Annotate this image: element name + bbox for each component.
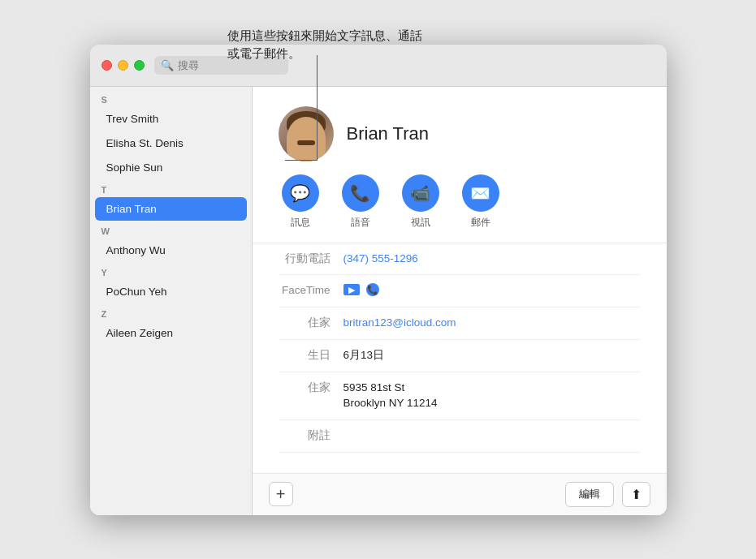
- content-area: S Trev Smith Elisha St. Denis Sophie Sun…: [90, 87, 667, 515]
- field-label-address: 住家: [279, 381, 343, 396]
- avatar-face: [287, 117, 326, 161]
- facetime-icons: ▶ 📞: [343, 283, 641, 296]
- contact-item-pochun[interactable]: PoChun Yeh: [95, 280, 247, 303]
- contact-fields: 行動電話 (347) 555-1296 FaceTime ▶ 📞 住家 brit…: [253, 243, 667, 473]
- contact-name: Brian Tran: [347, 123, 430, 144]
- action-mail-wrap: ✉️ 郵件: [462, 174, 499, 230]
- section-letter-s: S: [90, 90, 252, 106]
- video-label: 視訊: [411, 216, 430, 230]
- action-buttons: 💬 訊息 📞 語音 📹 視訊 ✉️ 郵件: [282, 174, 499, 230]
- contact-item-elisha[interactable]: Elisha St. Denis: [95, 131, 247, 155]
- footer-right: 編輯 ⬆: [565, 482, 650, 507]
- field-value-address: 5935 81st StBrooklyn NY 11214: [343, 381, 641, 411]
- field-facetime: FaceTime ▶ 📞: [279, 275, 641, 307]
- field-label-facetime: FaceTime: [279, 283, 343, 299]
- section-letter-z: Z: [90, 304, 252, 320]
- mail-button[interactable]: ✉️: [462, 174, 499, 212]
- field-label-mobile: 行動電話: [279, 252, 343, 267]
- message-button[interactable]: 💬: [282, 174, 319, 212]
- search-icon: 🔍: [161, 59, 174, 71]
- facetime-video-icon[interactable]: ▶: [343, 284, 360, 295]
- field-address: 住家 5935 81st StBrooklyn NY 11214: [279, 372, 641, 420]
- edit-button[interactable]: 編輯: [565, 482, 614, 507]
- contact-item-anthony[interactable]: Anthony Wu: [95, 239, 247, 262]
- section-letter-y: Y: [90, 263, 252, 279]
- field-notes: 附註: [279, 420, 641, 453]
- field-value-email[interactable]: britran123@icloud.com: [343, 316, 641, 331]
- field-value-facetime: ▶ 📞: [343, 283, 641, 296]
- field-value-birthday: 6月13日: [343, 348, 641, 363]
- traffic-lights: [102, 60, 145, 71]
- contact-item-sophie[interactable]: Sophie Sun: [95, 156, 247, 179]
- share-button[interactable]: ⬆: [622, 482, 650, 507]
- sidebar: S Trev Smith Elisha St. Denis Sophie Sun…: [90, 87, 253, 515]
- action-message-wrap: 💬 訊息: [282, 174, 319, 230]
- close-button[interactable]: [102, 60, 112, 71]
- tooltip-line: [317, 55, 318, 161]
- contact-item-trev-smith[interactable]: Trev Smith: [95, 107, 247, 131]
- avatar: [279, 106, 334, 161]
- add-contact-button[interactable]: +: [269, 482, 293, 506]
- message-label: 訊息: [291, 216, 310, 230]
- avatar-mustache: [297, 140, 315, 145]
- tooltip-bubble: 使用這些按鈕來開始文字訊息、通話或電子郵件。: [227, 8, 422, 63]
- field-label-email: 住家: [279, 316, 343, 331]
- action-video-wrap: 📹 視訊: [402, 174, 439, 230]
- field-label-notes: 附註: [279, 428, 343, 444]
- voice-button[interactable]: 📞: [342, 174, 379, 212]
- footer: + 編輯 ⬆: [253, 473, 667, 515]
- section-letter-t: T: [90, 180, 252, 196]
- tooltip-text: 使用這些按鈕來開始文字訊息、通話或電子郵件。: [227, 28, 422, 61]
- voice-label: 語音: [351, 216, 370, 230]
- contact-header: Brian Tran 💬 訊息 📞 語音 📹 視訊: [253, 87, 667, 243]
- section-letter-w: W: [90, 221, 252, 238]
- field-label-birthday: 生日: [279, 348, 343, 363]
- maximize-button[interactable]: [134, 60, 145, 71]
- action-voice-wrap: 📞 語音: [342, 174, 379, 230]
- contact-item-aileen[interactable]: Aileen Zeigen: [95, 321, 247, 345]
- minimize-button[interactable]: [118, 60, 128, 71]
- field-mobile: 行動電話 (347) 555-1296: [279, 243, 641, 276]
- detail-panel: Brian Tran 💬 訊息 📞 語音 📹 視訊: [253, 87, 667, 515]
- contacts-window: 🔍 S Trev Smith Elisha St. Denis Sophie S…: [90, 45, 667, 515]
- field-email: 住家 britran123@icloud.com: [279, 307, 641, 340]
- field-value-mobile[interactable]: (347) 555-1296: [343, 252, 641, 267]
- video-button[interactable]: 📹: [402, 174, 439, 212]
- contact-item-brian[interactable]: Brian Tran: [95, 197, 247, 221]
- facetime-phone-icon[interactable]: 📞: [366, 283, 379, 296]
- contact-top: Brian Tran: [279, 106, 430, 161]
- field-birthday: 生日 6月13日: [279, 340, 641, 372]
- mail-label: 郵件: [471, 216, 490, 230]
